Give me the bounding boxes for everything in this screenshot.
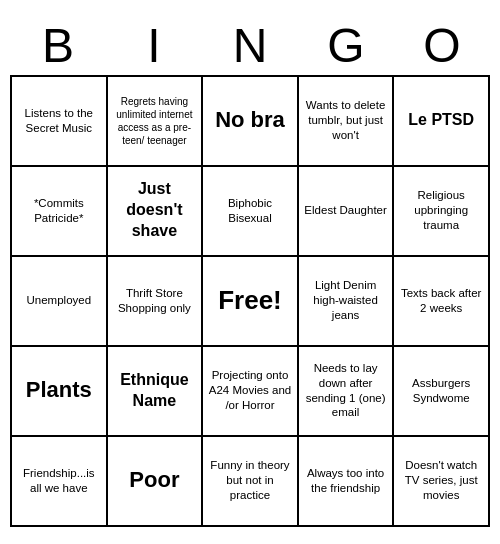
bingo-cell-14: Texts back after 2 weeks [394, 257, 490, 347]
bingo-letter-i: I [109, 18, 199, 73]
bingo-cell-20: Friendship...is all we have [12, 437, 108, 527]
bingo-cell-16: Ethnique Name [108, 347, 204, 437]
bingo-cell-12: Free! [203, 257, 299, 347]
bingo-cell-9: Religious upbringing trauma [394, 167, 490, 257]
bingo-cell-15: Plants [12, 347, 108, 437]
bingo-letter-n: N [205, 18, 295, 73]
bingo-cell-8: Eldest Daughter [299, 167, 395, 257]
bingo-grid: Listens to the Secret MusicRegrets havin… [10, 75, 490, 527]
bingo-cell-5: *Commits Patricide* [12, 167, 108, 257]
bingo-cell-3: Wants to delete tumblr, but just won't [299, 77, 395, 167]
bingo-header: BINGO [10, 18, 490, 73]
bingo-cell-4: Le PTSD [394, 77, 490, 167]
bingo-cell-22: Funny in theory but not in practice [203, 437, 299, 527]
bingo-cell-13: Light Denim high-waisted jeans [299, 257, 395, 347]
bingo-cell-10: Unemployed [12, 257, 108, 347]
bingo-cell-0: Listens to the Secret Music [12, 77, 108, 167]
bingo-letter-b: B [13, 18, 103, 73]
bingo-cell-6: Just doesn't shave [108, 167, 204, 257]
bingo-cell-2: No bra [203, 77, 299, 167]
bingo-cell-17: Projecting onto A24 Movies and /or Horro… [203, 347, 299, 437]
bingo-cell-1: Regrets having unlimited internet access… [108, 77, 204, 167]
bingo-cell-21: Poor [108, 437, 204, 527]
bingo-card: BINGO Listens to the Secret MusicRegrets… [5, 13, 495, 532]
bingo-cell-7: Biphobic Bisexual [203, 167, 299, 257]
bingo-cell-11: Thrift Store Shopping only [108, 257, 204, 347]
bingo-cell-23: Always too into the friendship [299, 437, 395, 527]
bingo-cell-24: Doesn't watch TV series, just movies [394, 437, 490, 527]
bingo-letter-o: O [397, 18, 487, 73]
bingo-letter-g: G [301, 18, 391, 73]
bingo-cell-19: Assburgers Syndwome [394, 347, 490, 437]
bingo-cell-18: Needs to lay down after sending 1 (one) … [299, 347, 395, 437]
